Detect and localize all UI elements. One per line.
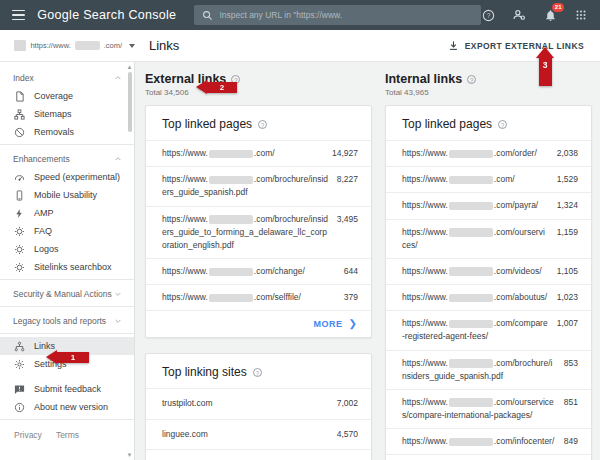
linked-page-url: https://www..com/ourservices/compare-int…: [402, 396, 564, 422]
table-row[interactable]: https://www..com/videos/ 1,105: [386, 258, 591, 284]
card-title: Top linking sites: [162, 365, 247, 379]
table-row[interactable]: linguee.es 3,755: [146, 449, 371, 460]
table-row[interactable]: https://www..com/compare-registered-agen…: [386, 310, 591, 349]
link-count: 8,227: [337, 173, 358, 184]
external-top-linked-pages-card: Top linked pages ? https://www..com/ 14,…: [145, 105, 372, 338]
sidebar-item-mobile-usability[interactable]: Mobile Usability: [0, 186, 134, 204]
sidebar-item-amp[interactable]: AMP: [0, 204, 134, 222]
help-icon[interactable]: ?: [481, 8, 495, 22]
property-favicon: [14, 40, 26, 51]
linked-page-url: https://www..com/brochure/insiders_guide…: [402, 357, 564, 383]
linked-page-url: https://www..com/aboutus/: [402, 291, 557, 304]
table-row[interactable]: https://www..com/ 14,927: [146, 140, 371, 166]
redacted-domain: [209, 294, 253, 303]
linked-page-url: https://www..com/compare-registered-agen…: [402, 317, 557, 343]
property-url-prefix: https://www.: [30, 41, 70, 50]
table-row[interactable]: https://www..com/aboutus/ 1,023: [386, 284, 591, 310]
table-row[interactable]: https://www..com/selffile/ 379: [146, 284, 371, 310]
internal-pages-more-link[interactable]: MORE ❯: [386, 454, 591, 460]
linked-page-url: https://www..com/videos/: [402, 265, 557, 278]
sidebar-section-index[interactable]: Index: [0, 67, 134, 87]
sidebar-section-enhancements[interactable]: Enhancements: [0, 148, 134, 168]
sidebar-item-speed[interactable]: Speed (experimental): [0, 168, 134, 186]
table-row[interactable]: https://www..com/order/ 2,038: [386, 140, 591, 166]
redacted-domain: [449, 294, 493, 303]
sidebar-item-faq[interactable]: FAQ: [0, 222, 134, 240]
table-row[interactable]: trustpilot.com 7,002: [146, 388, 371, 418]
property-url-suffix: .com/: [104, 41, 122, 50]
search-input[interactable]: [219, 10, 473, 20]
redacted-domain: [449, 320, 493, 329]
internal-links-title: Internal links: [385, 72, 462, 86]
redacted-domain: [209, 150, 253, 159]
notification-count-badge: 21: [552, 3, 564, 12]
redacted-domain: [449, 359, 493, 368]
scroll-down-icon[interactable]: ▼: [126, 451, 133, 459]
table-row[interactable]: https://www..com/brochure/insiders_guide…: [146, 206, 371, 259]
link-count: 2,038: [557, 147, 578, 158]
google-apps-grid-icon[interactable]: [574, 8, 588, 22]
table-row[interactable]: https://www..com/ 1,529: [386, 166, 591, 192]
link-count: 7,002: [337, 397, 358, 408]
chevron-down-icon: [114, 290, 122, 298]
sidebar-nav: Index Coverage Sitemaps Removals Enhance…: [0, 62, 135, 460]
sidebar-item-removals[interactable]: Removals: [0, 123, 134, 141]
table-row[interactable]: https://www..com/brochure/insiders_guide…: [386, 350, 591, 389]
top-bar: Google Search Console ? 21: [0, 0, 600, 30]
internal-top-linked-pages-card: Top linked pages ? https://www..com/orde…: [385, 105, 592, 460]
faq-icon: [14, 226, 25, 237]
divider: [0, 279, 134, 280]
help-tooltip-icon[interactable]: ?: [253, 368, 262, 377]
coverage-icon: [14, 91, 25, 102]
terms-link[interactable]: Terms: [56, 430, 79, 440]
internal-links-total: Total 43,965: [385, 88, 592, 97]
privacy-link[interactable]: Privacy: [14, 430, 42, 440]
link-count: 853: [564, 357, 578, 368]
sidebar-section-legacy-tools[interactable]: Legacy tools and reports: [0, 310, 134, 330]
divider: [0, 306, 134, 307]
internal-top-linked-pages-table: https://www..com/order/ 2,038 https://ww…: [386, 140, 591, 454]
help-tooltip-icon[interactable]: ?: [498, 120, 507, 129]
sidebar-item-sitelinks-searchbox[interactable]: Sitelinks searchbox: [0, 258, 134, 276]
download-icon: [448, 40, 459, 51]
property-selector[interactable]: https://www. .com/: [0, 40, 135, 51]
table-row[interactable]: https://www..com/brochure/insiders_guide…: [146, 166, 371, 205]
link-count: 1,105: [557, 265, 578, 276]
settings-gear-icon: [14, 359, 25, 370]
table-row[interactable]: linguee.com 4,570: [146, 419, 371, 449]
page-header: https://www. .com/ Links EXPORT EXTERNAL…: [0, 30, 600, 62]
links-icon: [14, 341, 25, 352]
notifications-bell-icon[interactable]: 21: [543, 8, 557, 22]
sidebar-section-security-manual-actions[interactable]: Security & Manual Actions: [0, 283, 134, 303]
sidebar-scrollbar[interactable]: ▲ ▼: [126, 62, 133, 460]
sidebar-item-sitemaps[interactable]: Sitemaps: [0, 105, 134, 123]
sidebar-item-logos[interactable]: Logos: [0, 240, 134, 258]
property-url-redacted: [75, 41, 100, 50]
sitelinks-searchbox-icon: [14, 262, 25, 273]
external-links-column: External links ? Total 34,506 Top linked…: [145, 72, 372, 460]
table-row[interactable]: https://www..com/infocenter/ 849: [386, 428, 591, 454]
link-count: 851: [564, 396, 578, 407]
sidebar-item-about-new-version[interactable]: About new version: [0, 398, 134, 416]
search-icon: [202, 10, 213, 21]
export-external-links-button[interactable]: EXPORT EXTERNAL LINKS: [442, 36, 590, 55]
menu-icon[interactable]: [12, 10, 25, 21]
redacted-domain: [449, 202, 493, 211]
annotation-arrow-3-export: 3: [536, 47, 554, 86]
chevron-up-icon: [114, 155, 122, 163]
scrollbar-thumb[interactable]: [128, 72, 132, 132]
table-row[interactable]: https://www..com/change/ 644: [146, 258, 371, 284]
scroll-up-icon[interactable]: ▲: [126, 63, 133, 71]
help-tooltip-icon[interactable]: ?: [258, 120, 267, 129]
table-row[interactable]: https://www..com/payra/ 1,324: [386, 192, 591, 218]
url-inspect-searchbox[interactable]: [194, 5, 481, 25]
table-row[interactable]: https://www..com/ourservices/ 1,159: [386, 219, 591, 258]
manage-users-icon[interactable]: [512, 8, 526, 22]
sidebar-item-coverage[interactable]: Coverage: [0, 87, 134, 105]
help-tooltip-icon[interactable]: ?: [467, 75, 476, 84]
table-row[interactable]: https://www..com/ourservices/compare-int…: [386, 389, 591, 428]
divider: [0, 419, 134, 420]
card-title: Top linked pages: [162, 117, 252, 131]
sidebar-item-submit-feedback[interactable]: Submit feedback: [0, 380, 134, 398]
external-pages-more-link[interactable]: MORE ❯: [146, 310, 371, 337]
